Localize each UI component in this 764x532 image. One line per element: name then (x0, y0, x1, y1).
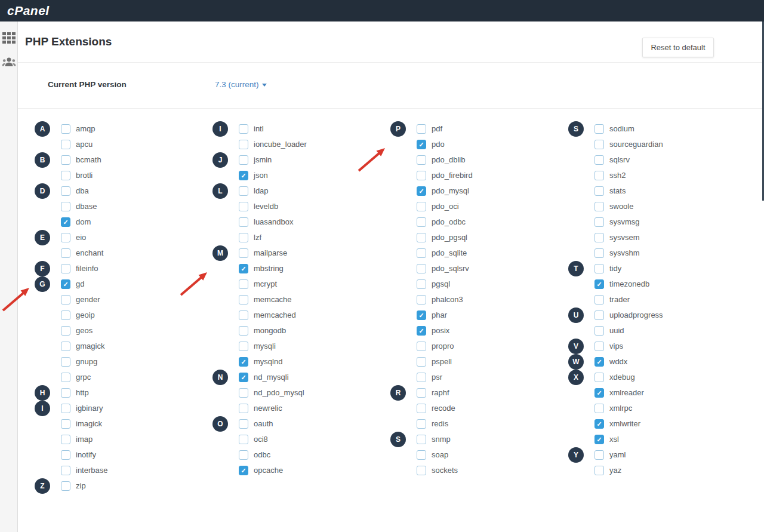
checkbox-posix[interactable]: ✓ (417, 326, 426, 336)
checkbox-gd[interactable]: ✓ (61, 279, 70, 289)
checkbox-lzf[interactable] (239, 233, 248, 242)
checkbox-timezonedb[interactable]: ✓ (594, 279, 604, 289)
checkbox-nd_pdo_mysql[interactable] (239, 388, 248, 398)
checkbox-xsl[interactable]: ✓ (594, 435, 604, 444)
checkbox-apcu[interactable] (61, 140, 70, 149)
checkbox-xmlwriter[interactable]: ✓ (594, 419, 604, 429)
checkbox-trader[interactable] (594, 295, 604, 305)
checkbox-oci8[interactable] (239, 435, 248, 444)
checkbox-gnupg[interactable] (61, 357, 70, 367)
checkbox-xmlrpc[interactable] (594, 404, 604, 413)
checkbox-pdo_pgsql[interactable] (417, 233, 426, 242)
checkbox-luasandbox[interactable] (239, 217, 248, 227)
checkbox-imagick[interactable] (61, 419, 70, 429)
checkbox-yaml[interactable] (594, 450, 604, 460)
checkbox-imap[interactable] (61, 435, 70, 444)
checkbox-soap[interactable] (417, 450, 426, 460)
checkbox-recode[interactable] (417, 404, 426, 413)
checkbox-memcache[interactable] (239, 295, 248, 305)
checkbox-newrelic[interactable] (239, 404, 248, 413)
checkbox-pdo_sqlite[interactable] (417, 248, 426, 258)
checkbox-jsmin[interactable] (239, 155, 248, 165)
checkbox-dbase[interactable] (61, 202, 70, 211)
checkbox-pdo_odbc[interactable] (417, 217, 426, 227)
checkbox-interbase[interactable] (61, 466, 70, 475)
checkbox-memcached[interactable] (239, 310, 248, 320)
checkbox-grpc[interactable] (61, 373, 70, 382)
checkbox-mysqlnd[interactable]: ✓ (239, 357, 248, 367)
checkbox-leveldb[interactable] (239, 202, 248, 211)
checkbox-eio[interactable] (61, 233, 70, 242)
checkbox-oauth[interactable] (239, 419, 248, 429)
checkbox-mailparse[interactable] (239, 248, 248, 258)
checkbox-sysvshm[interactable] (594, 248, 604, 258)
checkbox-pdo_oci[interactable] (417, 202, 426, 211)
apps-grid-icon[interactable] (2, 32, 16, 44)
checkbox-propro[interactable] (417, 342, 426, 351)
user-groups-icon[interactable] (2, 57, 16, 70)
checkbox-psr[interactable] (417, 373, 426, 382)
checkbox-uuid[interactable] (594, 326, 604, 336)
checkbox-pdo_mysql[interactable]: ✓ (417, 186, 426, 196)
checkbox-sysvmsg[interactable] (594, 217, 604, 227)
checkbox-swoole[interactable] (594, 202, 604, 211)
checkbox-ldap[interactable] (239, 186, 248, 196)
checkbox-pdo_sqlsrv[interactable] (417, 264, 426, 273)
checkbox-dba[interactable] (61, 186, 70, 196)
extension-label-gd: gd (76, 279, 84, 288)
checkbox-ssh2[interactable] (594, 171, 604, 180)
checkbox-xdebug[interactable] (594, 373, 604, 382)
checkbox-igbinary[interactable] (61, 404, 70, 413)
checkbox-pdo[interactable]: ✓ (417, 140, 426, 149)
checkbox-stats[interactable] (594, 186, 604, 196)
checkbox-xmlreader[interactable]: ✓ (594, 388, 604, 398)
checkbox-geoip[interactable] (61, 310, 70, 320)
php-version-dropdown[interactable]: 7.3 (current) (215, 80, 267, 89)
extension-label-zip: zip (76, 481, 86, 490)
checkbox-sourceguardian[interactable] (594, 140, 604, 149)
checkbox-wddx[interactable]: ✓ (594, 357, 604, 367)
checkbox-mcrypt[interactable] (239, 279, 248, 289)
checkbox-ioncube_loader[interactable] (239, 140, 248, 149)
checkbox-nd_mysqli[interactable]: ✓ (239, 373, 248, 382)
checkbox-phalcon3[interactable] (417, 295, 426, 305)
checkbox-gmagick[interactable] (61, 342, 70, 351)
checkbox-geos[interactable] (61, 326, 70, 336)
checkbox-odbc[interactable] (239, 450, 248, 460)
checkbox-bcmath[interactable] (61, 155, 70, 165)
checkbox-redis[interactable] (417, 419, 426, 429)
checkbox-tidy[interactable] (594, 264, 604, 273)
checkbox-sqlsrv[interactable] (594, 155, 604, 165)
checkbox-sodium[interactable] (594, 124, 604, 134)
checkbox-dom[interactable]: ✓ (61, 217, 70, 227)
checkbox-pdf[interactable] (417, 124, 426, 134)
checkbox-yaz[interactable] (594, 466, 604, 475)
checkbox-pdo_dblib[interactable] (417, 155, 426, 165)
checkbox-opcache[interactable]: ✓ (239, 466, 248, 475)
checkbox-vips[interactable] (594, 342, 604, 351)
extension-row-sysvshm: sysvshm (568, 248, 663, 258)
checkbox-inotify[interactable] (61, 450, 70, 460)
checkbox-zip[interactable] (61, 481, 70, 491)
checkbox-uploadprogress[interactable] (594, 310, 604, 320)
checkbox-pgsql[interactable] (417, 279, 426, 289)
checkbox-pdo_firebird[interactable] (417, 171, 426, 180)
checkbox-brotli[interactable] (61, 171, 70, 180)
checkbox-intl[interactable] (239, 124, 248, 134)
checkbox-phar[interactable]: ✓ (417, 310, 426, 320)
checkbox-mbstring[interactable]: ✓ (239, 264, 248, 273)
checkbox-pspell[interactable] (417, 357, 426, 367)
checkbox-mysqli[interactable] (239, 342, 248, 351)
checkbox-mongodb[interactable] (239, 326, 248, 336)
checkbox-raphf[interactable] (417, 388, 426, 398)
checkbox-gender[interactable] (61, 295, 70, 305)
checkbox-http[interactable] (61, 388, 70, 398)
reset-to-default-button[interactable]: Reset to default (642, 38, 714, 57)
checkbox-sysvsem[interactable] (594, 233, 604, 242)
checkbox-snmp[interactable] (417, 435, 426, 444)
checkbox-amqp[interactable] (61, 124, 70, 134)
checkbox-json[interactable]: ✓ (239, 171, 248, 180)
checkbox-enchant[interactable] (61, 248, 70, 258)
checkbox-sockets[interactable] (417, 466, 426, 475)
checkbox-fileinfo[interactable] (61, 264, 70, 273)
